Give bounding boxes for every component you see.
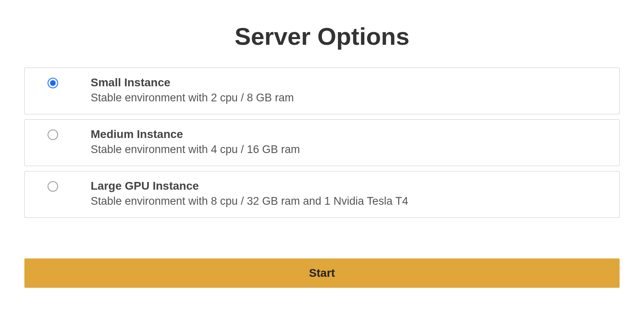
- server-options-list: Small Instance Stable environment with 2…: [24, 68, 620, 218]
- radio-icon[interactable]: [48, 78, 58, 88]
- option-text: Large GPU Instance Stable environment wi…: [91, 180, 408, 208]
- option-description: Stable environment with 2 cpu / 8 GB ram: [91, 92, 294, 104]
- option-description: Stable environment with 4 cpu / 16 GB ra…: [91, 143, 300, 156]
- option-description: Stable environment with 8 cpu / 32 GB ra…: [91, 195, 408, 208]
- start-button[interactable]: Start: [24, 258, 620, 288]
- server-option-large-gpu[interactable]: Large GPU Instance Stable environment wi…: [24, 171, 620, 218]
- option-title: Medium Instance: [91, 128, 300, 141]
- option-text: Small Instance Stable environment with 2…: [91, 76, 294, 104]
- page-title: Server Options: [24, 22, 620, 50]
- radio-icon[interactable]: [48, 181, 58, 192]
- server-option-small[interactable]: Small Instance Stable environment with 2…: [24, 68, 620, 114]
- radio-icon[interactable]: [48, 129, 58, 140]
- option-title: Large GPU Instance: [91, 180, 408, 193]
- server-option-medium[interactable]: Medium Instance Stable environment with …: [24, 119, 620, 166]
- option-text: Medium Instance Stable environment with …: [91, 128, 300, 156]
- option-title: Small Instance: [91, 76, 294, 89]
